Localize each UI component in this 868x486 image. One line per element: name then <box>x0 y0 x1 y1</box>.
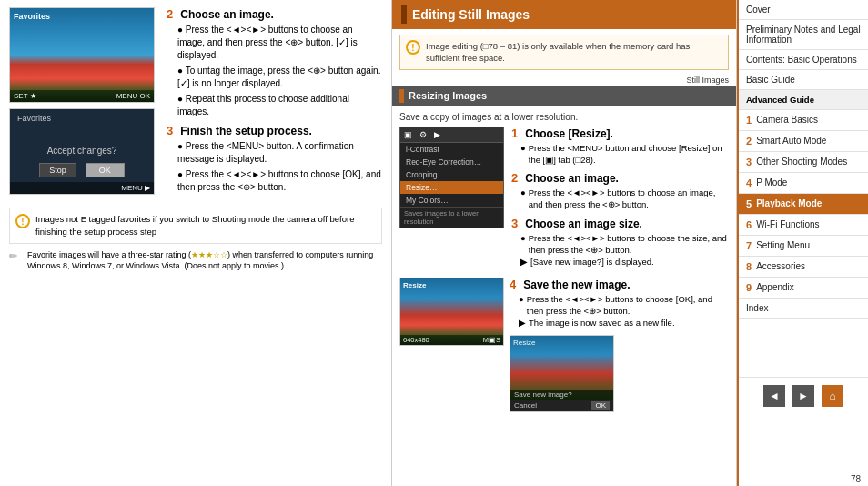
save-photo-text: Save new image? <box>510 390 613 400</box>
step-3-number: 3 <box>167 124 173 137</box>
sidebar-num-7: 7 <box>746 240 752 251</box>
sidebar-item-advanced-guide[interactable]: Advanced Guide <box>739 90 868 110</box>
sidebar-num-8: 8 <box>746 261 752 272</box>
sidebar-item-accessories[interactable]: 8 Accessories <box>739 257 868 278</box>
sidebar-num-3: 3 <box>746 157 752 167</box>
right-sidebar: Cover Preliminary Notes and Legal Inform… <box>737 0 868 486</box>
mid-step-4-b1: ● Press the <◄><►> buttons to choose [OK… <box>519 293 729 318</box>
mid-step-3-arrow: ▶ [Save new image?] is displayed. <box>520 256 729 268</box>
save-photo-buttons: Cancel OK <box>510 400 613 411</box>
favorites-image-1: Favorites SET ★ MENU OK <box>9 7 155 103</box>
step-3-title: Finish the setup process. <box>180 125 312 137</box>
mid-step-4: 4 Save the new image. ● Press the <◄><►>… <box>510 278 729 329</box>
right-steps: 1 Choose [Resize]. ● Press the <MENU> bu… <box>511 127 729 274</box>
pencil-box: ✏ Favorite images will have a three-star… <box>9 249 382 272</box>
sidebar-item-setting-menu[interactable]: 7 Setting Menu <box>739 236 868 257</box>
img1-bottom-left: SET ★ <box>14 92 36 100</box>
step-2-bullet-1: Press the <◄><►> buttons to choose an im… <box>177 24 382 62</box>
menu-item-redeye: Red-Eye Correction… <box>400 156 503 168</box>
sidebar-num-4: 4 <box>746 177 752 188</box>
section-title: Resizing Images <box>409 90 487 101</box>
step-2-bullet-2: To untag the image, press the <⊕> button… <box>177 65 382 90</box>
section-bar: Resizing Images <box>392 86 736 106</box>
pencil-text: Favorite images will have a three-star r… <box>27 249 382 272</box>
main-title-bar: Editing Still Images <box>392 0 736 29</box>
photo-box-1: Resize 640x480 M▣S <box>399 278 504 346</box>
step-3-row: 3 Finish the setup process. Press the <M… <box>167 124 382 194</box>
sidebar-item-basic-guide[interactable]: Basic Guide <box>739 70 868 90</box>
middle-panel: Editing Still Images ! Image editing (□7… <box>391 0 737 486</box>
save-photo-label: Resize <box>513 339 535 347</box>
step-2-bullet-3: Repeat this process to choose additional… <box>177 93 382 118</box>
menu-item-icontrast: i-Contrast <box>400 143 503 156</box>
sidebar-item-index[interactable]: Index <box>739 299 868 319</box>
mid-step-1: 1 Choose [Resize]. ● Press the <MENU> bu… <box>511 127 729 167</box>
nav-next-button[interactable]: ► <box>792 385 814 407</box>
menu-footer: Saves images to a lower resolution <box>400 207 503 228</box>
pencil-icon: ✏ <box>9 250 22 263</box>
stop-button[interactable]: Stop <box>39 163 76 177</box>
step-2-number: 2 <box>167 7 173 21</box>
mid-step-2-title: Choose an image. <box>525 172 619 185</box>
photo-box-1-mode: M▣S <box>483 336 500 344</box>
mid-step-3-b1: ● Press the <◄><►> buttons to choose the… <box>520 232 729 257</box>
mid-step-2-b1: ● Press the <◄><►> buttons to choose an … <box>520 187 729 211</box>
mid-step-1-num: 1 <box>511 127 518 140</box>
steps-area: 2 Choose an image. Press the <◄><►> butt… <box>162 7 382 200</box>
accept-changes-text: Accept changes? <box>17 146 146 156</box>
img2-menu-label: MENU ▶ <box>121 184 150 192</box>
sidebar-footer: ◄ ► ⌂ <box>739 377 868 414</box>
page-number: 78 <box>739 472 868 486</box>
sidebar-num-2: 2 <box>746 136 752 147</box>
menu-header: ▣ ⚙ ▶ <box>400 127 503 143</box>
info-icon: ! <box>406 40 420 55</box>
save-ok-label: OK <box>591 401 610 410</box>
sidebar-item-cover[interactable]: Cover <box>739 0 868 20</box>
note-text: Images not E tagged favorites if you swi… <box>35 213 376 238</box>
step-2-row: 2 Choose an image. Press the <◄><►> butt… <box>167 7 382 118</box>
favorites-image-2: Favorites Accept changes? Stop OK MENU ▶ <box>9 108 155 195</box>
sidebar-item-other-shooting[interactable]: 3 Other Shooting Modes <box>739 152 868 173</box>
note-box: ! Images not E tagged favorites if you s… <box>9 208 382 244</box>
sidebar-item-playback[interactable]: 5 Playback Mode <box>739 194 868 215</box>
mid-step-2: 2 Choose an image. ● Press the <◄><►> bu… <box>511 171 729 211</box>
nav-prev-button[interactable]: ◄ <box>763 385 785 407</box>
favorites-label-1: Favorites <box>14 12 50 21</box>
sidebar-item-wifi[interactable]: 6 Wi-Fi Functions <box>739 215 868 236</box>
sidebar-num-5: 5 <box>746 198 752 209</box>
section-accent <box>399 89 404 103</box>
middle-content: ▣ ⚙ ▶ i-Contrast Red-Eye Correction… Cro… <box>392 127 736 274</box>
sidebar-num-9: 9 <box>746 282 752 293</box>
sidebar-num-6: 6 <box>746 219 752 230</box>
sidebar-item-smart-auto[interactable]: 2 Smart Auto Mode <box>739 131 868 152</box>
sidebar-item-camera-basics[interactable]: 1 Camera Basics <box>739 110 868 131</box>
menu-item-mycolors: My Colors… <box>400 194 503 207</box>
mid-step-2-num: 2 <box>511 171 518 185</box>
menu-screenshot: ▣ ⚙ ▶ i-Contrast Red-Eye Correction… Cro… <box>399 127 504 274</box>
sidebar-item-p-mode[interactable]: 4 P Mode <box>739 173 868 194</box>
sidebar-item-appendix[interactable]: 9 Appendix <box>739 278 868 299</box>
note-icon: ! <box>15 214 30 228</box>
sidebar-num-1: 1 <box>746 115 752 126</box>
mid-step-4-title: Save the new image. <box>523 278 630 291</box>
photo-box-1-size: 640x480 <box>403 336 429 344</box>
info-bar: ! Image editing (□78 – 81) is only avail… <box>399 35 729 70</box>
favorites-label-2: Favorites <box>17 114 146 123</box>
still-images-label: Still Images <box>392 76 736 86</box>
menu-item-cropping: Cropping <box>400 168 503 181</box>
photo-box-1-label: Resize <box>403 281 426 289</box>
save-cancel-label: Cancel <box>514 401 537 410</box>
step-2-title: Choose an image. <box>180 8 274 21</box>
mid-step-1-b1: ● Press the <MENU> button and choose [Re… <box>520 142 729 167</box>
save-photo-bar: Save new image? Cancel OK <box>510 390 613 411</box>
ok-button[interactable]: OK <box>86 163 125 177</box>
step-3-bullet-1: Press the <MENU> button. A confirmation … <box>177 140 382 166</box>
mid-step-1-title: Choose [Resize]. <box>525 127 613 140</box>
sidebar-item-contents[interactable]: Contents: Basic Operations <box>739 50 868 70</box>
step-4-area: 4 Save the new image. ● Press the <◄><►>… <box>510 278 729 412</box>
sidebar-item-preliminary[interactable]: Preliminary Notes and Legal Information <box>739 20 868 50</box>
nav-home-button[interactable]: ⌂ <box>822 385 843 407</box>
photo-strip: Resize 640x480 M▣S 4 Save the new image.… <box>392 274 736 416</box>
mid-step-4-arrow: ▶ The image is now saved as a new file. <box>519 317 729 329</box>
mid-step-3-title: Choose an image size. <box>525 218 642 230</box>
